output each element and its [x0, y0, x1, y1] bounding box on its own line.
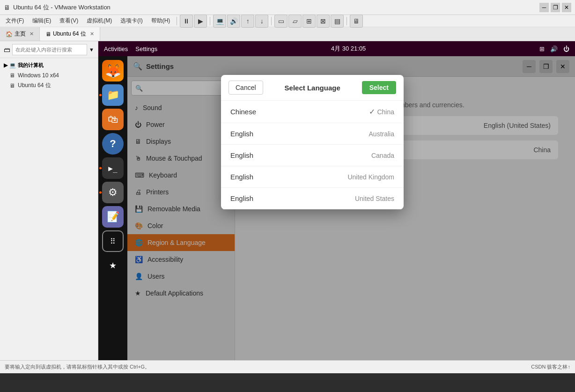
sidebar-search-input[interactable]: [12, 44, 87, 55]
english-uk-name: English: [230, 173, 347, 181]
files-icon: 📁: [107, 89, 119, 101]
separator3: [271, 17, 272, 25]
tab-ubuntu[interactable]: 🖥 Ubuntu 64 位 ✕: [40, 27, 100, 41]
english-uk-region: United Kingdom: [347, 173, 394, 181]
my-computer-label: 我的计算机: [18, 62, 44, 69]
dock-terminal[interactable]: ▶_: [102, 157, 124, 179]
toolbar-btn2[interactable]: ▶: [194, 15, 207, 28]
menu-file[interactable]: 文件(F): [2, 16, 28, 26]
tab-bar: 🏠 主页 ✕ 🖥 Ubuntu 64 位 ✕: [0, 27, 575, 41]
toolbar-view5[interactable]: ▤: [331, 15, 344, 28]
select-language-dialog: Cancel Select Language Select Chinese ✓ …: [221, 75, 404, 209]
ubuntu-label: Ubuntu 64 位: [18, 81, 51, 89]
app-title: Ubuntu 64 位 - VMware Workstation: [13, 3, 539, 12]
toolbar-view1[interactable]: ▭: [274, 15, 288, 28]
home-tab-close[interactable]: ✕: [29, 31, 34, 37]
sidebar-tree: ▶ 💻 我的计算机 🖥 Windows 10 x64 🖥 Ubuntu 64 位: [0, 58, 98, 93]
ubuntu-topbar: Activities Settings 4月 30 21:05 ⊞ 🔊 ⏻: [98, 41, 575, 56]
dock-dot2: [99, 167, 102, 170]
windows-icon: 🖥: [9, 72, 15, 79]
settings-window: 🔍 Settings ─ ❐ ✕: [127, 56, 575, 360]
language-item-chinese-china[interactable]: Chinese ✓ China: [221, 101, 404, 123]
windows-label: Windows 10 x64: [18, 72, 59, 79]
toolbar-btn4[interactable]: 🔊: [227, 15, 240, 28]
ubuntu-vm-area[interactable]: Activities Settings 4月 30 21:05 ⊞ 🔊 ⏻ 🦊 …: [98, 41, 575, 360]
dock-appstore[interactable]: 🛍: [102, 109, 124, 130]
dock-settings[interactable]: ⚙: [102, 182, 124, 203]
sidebar-item-ubuntu[interactable]: 🖥 Ubuntu 64 位: [0, 80, 98, 91]
network-icon[interactable]: ⊞: [539, 45, 545, 52]
language-item-english-australia[interactable]: English Australia: [221, 123, 404, 145]
dialog-overlay: Cancel Select Language Select Chinese ✓ …: [127, 56, 575, 360]
dock-apps[interactable]: ⠿: [102, 230, 124, 252]
firefox-icon: 🦊: [105, 63, 121, 79]
menu-view[interactable]: 查看(V): [56, 16, 82, 26]
toolbar-btn6[interactable]: ↓: [255, 15, 268, 28]
titlebar-controls: ─ ❐ ✕: [539, 3, 571, 12]
sidebar-toolbar: 🗃 ▼: [0, 41, 98, 58]
english-canada-region: Canada: [371, 152, 394, 159]
sidebar-item-windows[interactable]: 🖥 Windows 10 x64: [0, 71, 98, 80]
main-content: 🗃 ▼ ▶ 💻 我的计算机 🖥 Windows 10 x64 🖥 Ubuntu …: [0, 41, 575, 360]
ubuntu-tab-close[interactable]: ✕: [90, 31, 94, 37]
restore-button[interactable]: ❐: [551, 3, 560, 12]
toolbar-btn3[interactable]: 💻: [213, 15, 226, 28]
menu-tabs[interactable]: 选项卡(I): [117, 16, 146, 26]
sidebar-icon: 🗃: [4, 46, 10, 53]
language-item-english-uk[interactable]: English United Kingdom: [221, 166, 404, 188]
tab-home[interactable]: 🏠 主页 ✕: [0, 27, 40, 41]
help-icon: ?: [110, 138, 116, 150]
menu-vm[interactable]: 虚拟机(M): [83, 16, 116, 26]
expand-icon[interactable]: ▶: [4, 62, 7, 68]
language-item-english-canada[interactable]: English Canada: [221, 145, 404, 166]
statusbar-text: 要将输入定向到该虚拟机，请将鼠标指针移入其中或按 Ctrl+G。: [5, 363, 150, 370]
menu-help[interactable]: 帮助(H): [147, 16, 174, 26]
dock-dot: [99, 94, 102, 96]
minimize-button[interactable]: ─: [539, 3, 549, 12]
apps-icon: ⠿: [110, 237, 116, 246]
dock-notes[interactable]: 📝: [102, 206, 124, 228]
dock-firefox[interactable]: 🦊: [102, 60, 124, 81]
dock-files[interactable]: 📁: [102, 84, 124, 106]
topbar-left: Activities Settings: [104, 45, 157, 52]
separator: [177, 17, 177, 25]
dialog-cancel-button[interactable]: Cancel: [229, 81, 263, 95]
dock-star[interactable]: ★: [102, 255, 124, 276]
ubuntu-icon: 🖥: [9, 82, 15, 89]
english-australia-name: English: [230, 130, 369, 138]
sidebar-dropdown-icon[interactable]: ▼: [89, 47, 94, 52]
home-tab-label: 主页: [15, 30, 26, 38]
english-canada-name: English: [230, 151, 371, 159]
activities-label[interactable]: Activities: [104, 45, 128, 52]
dock-help[interactable]: ?: [102, 133, 124, 155]
menubar: 文件(F) 编辑(E) 查看(V) 虚拟机(M) 选项卡(I) 帮助(H) ⏸ …: [0, 15, 575, 27]
separator4: [346, 17, 347, 25]
close-button[interactable]: ✕: [562, 3, 571, 12]
toolbar-display[interactable]: 🖥: [350, 15, 363, 28]
menu-edit[interactable]: 编辑(E): [29, 16, 55, 26]
dialog-select-button[interactable]: Select: [362, 81, 396, 94]
datetime-label: 4月 30 21:05: [331, 45, 366, 52]
sidebar-section-header: ▶ 💻 我的计算机: [0, 60, 98, 71]
terminal-icon: ▶_: [108, 164, 117, 173]
ubuntu-tab-icon: 🖥: [45, 31, 51, 37]
notes-icon: 📝: [107, 211, 119, 223]
app-icon: 🖥: [4, 4, 10, 11]
english-australia-region: Australia: [369, 130, 394, 138]
language-item-english-us[interactable]: English United States: [221, 188, 404, 209]
settings-app-label[interactable]: Settings: [135, 45, 157, 52]
pause-button[interactable]: ⏸: [180, 15, 193, 28]
statusbar: 要将输入定向到该虚拟机，请将鼠标指针移入其中或按 Ctrl+G。 CSDN 骇客…: [0, 360, 575, 373]
toolbar-view2[interactable]: ▱: [288, 15, 302, 28]
power-icon[interactable]: ⏻: [563, 45, 569, 52]
english-us-region: United States: [355, 195, 394, 202]
toolbar-view4[interactable]: ⊠: [317, 15, 330, 28]
chinese-check-icon: ✓: [369, 107, 375, 116]
toolbar-btn5[interactable]: ↑: [241, 15, 254, 28]
dialog-header: Cancel Select Language Select: [221, 75, 404, 101]
star-icon: ★: [109, 260, 117, 271]
english-us-name: English: [230, 194, 355, 202]
titlebar: 🖥 Ubuntu 64 位 - VMware Workstation ─ ❐ ✕: [0, 0, 575, 15]
toolbar-view3[interactable]: ⊞: [302, 15, 316, 28]
volume-icon[interactable]: 🔊: [550, 45, 558, 52]
